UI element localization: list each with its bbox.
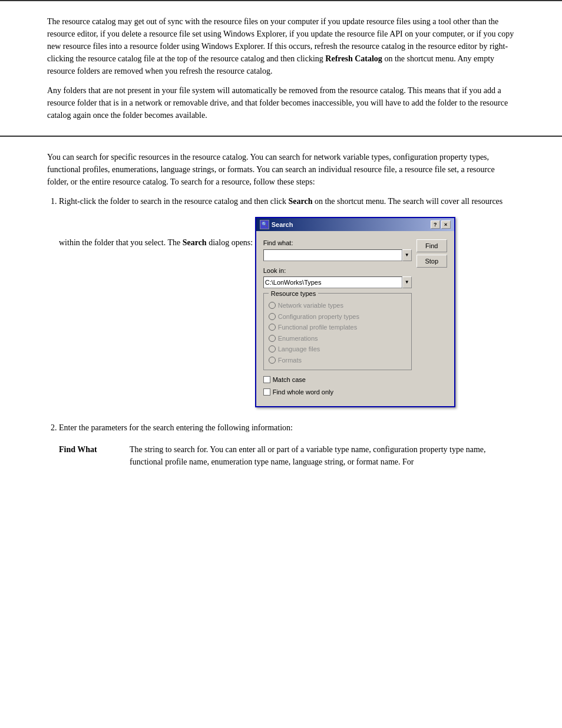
radio-config-property-circle [269,313,276,320]
search-dialog-wrapper: 🔍 Search ? × Find [255,217,455,407]
radio-functional-profile-circle [269,324,276,331]
section-bottom: You can search for specific resources in… [0,137,562,487]
step1: Right-click the folder to search in the … [59,195,515,417]
radio-language-files[interactable]: Language files [269,344,406,354]
radio-enumerations[interactable]: Enumerations [269,334,406,344]
dialog-titlebar: 🔍 Search ? × [256,218,454,231]
match-case-checkbox[interactable] [263,376,270,383]
radio-functional-profile[interactable]: Functional profile templates [269,322,406,332]
radio-formats[interactable]: Formats [269,355,406,365]
radio-config-property[interactable]: Configuration property types [269,312,406,322]
look-in-dropdown[interactable]: ▼ [402,276,412,288]
dialog-title-text: Search [272,220,293,230]
dialog-help-button[interactable]: ? [431,220,440,229]
section1-para1: The resource catalog may get out of sync… [47,15,515,77]
section-top: The resource catalog may get out of sync… [0,0,562,137]
find-whole-word-row[interactable]: Find whole word only [263,387,412,397]
search-dialog: 🔍 Search ? × Find [255,217,455,407]
look-in-label: Look in: [263,266,412,276]
dialog-right-panel: Find Stop [416,238,447,399]
find-whole-word-checkbox[interactable] [263,388,270,396]
steps-list: Right-click the folder to search in the … [59,195,515,468]
dialog-left-panel: Find what: ▼ Look in: ▼ [263,238,412,399]
radio-formats-label: Formats [278,355,302,365]
dialog-app-icon: 🔍 [260,220,269,229]
match-case-row[interactable]: Match case [263,375,412,385]
def-term-find-what: Find What [59,441,130,468]
radio-formats-circle [269,357,276,364]
radio-enumerations-circle [269,335,276,342]
resource-types-groupbox: Resource types Network variable types [263,293,412,370]
dialog-body: Find what: ▼ Look in: ▼ [256,231,454,406]
radio-network-variable-circle [269,302,276,309]
radio-language-files-label: Language files [278,344,320,354]
section2-intro: You can search for specific resources in… [47,151,515,188]
def-desc-find-what: The string to search for. You can enter … [130,441,515,468]
stop-button[interactable]: Stop [416,255,447,268]
find-whole-word-label: Find whole word only [273,387,333,397]
match-case-label: Match case [273,375,306,385]
page-container: The resource catalog may get out of sync… [0,0,562,728]
dialog-title-left: 🔍 Search [260,220,293,230]
find-what-label: Find what: [263,238,412,248]
look-in-input[interactable] [263,276,402,288]
dialog-close-button[interactable]: × [441,220,451,229]
section1-para2: Any folders that are not present in your… [47,84,515,121]
radio-config-property-label: Configuration property types [278,312,359,322]
find-what-dropdown[interactable]: ▼ [402,249,412,261]
look-in-row: ▼ [263,276,412,288]
radio-network-variable-label: Network variable types [278,301,343,311]
find-what-row: ▼ [263,249,412,261]
radio-functional-profile-label: Functional profile templates [278,322,358,332]
radio-language-files-circle [269,345,276,353]
radio-network-variable[interactable]: Network variable types [269,301,406,311]
dialog-title-buttons: ? × [431,220,451,229]
groupbox-legend: Resource types [269,289,318,299]
find-what-input[interactable] [263,249,402,261]
step2: Enter the parameters for the search ente… [59,421,515,468]
find-button[interactable]: Find [416,239,447,252]
definition-table: Find What The string to search for. You … [59,441,515,468]
radio-enumerations-label: Enumerations [278,334,318,344]
def-row-find-what: Find What The string to search for. You … [59,441,515,468]
